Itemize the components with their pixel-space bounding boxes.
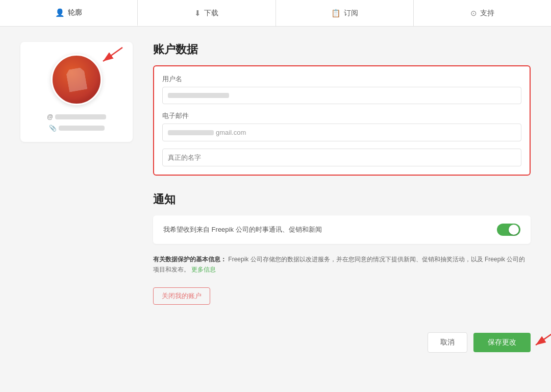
email-field: 电子邮件 gmail.com bbox=[162, 111, 521, 141]
newsletter-toggle[interactable] bbox=[497, 224, 520, 236]
main-container: @ 📎 账户数据 用户名 电子邮件 gmail.com bbox=[0, 27, 551, 368]
avatar[interactable] bbox=[51, 54, 102, 105]
save-button[interactable]: 保存更改 bbox=[473, 333, 531, 352]
notification-section: 通知 我希望收到来自 Freepik 公司的时事通讯、促销和新闻 有关数据保护的… bbox=[153, 192, 531, 275]
top-navigation: 👤 轮廓 ⬇ 下载 📋 订阅 ⊙ 支持 bbox=[0, 0, 551, 27]
toggle-slider bbox=[497, 224, 520, 236]
privacy-bold: 有关数据保护的基本信息： bbox=[153, 256, 227, 263]
email-domain: gmail.com bbox=[216, 129, 246, 136]
at-symbol: @ bbox=[47, 113, 53, 120]
link-blurred bbox=[59, 126, 105, 131]
tab-subscription[interactable]: 📋 订阅 bbox=[276, 0, 414, 26]
realname-field bbox=[162, 149, 521, 166]
privacy-info: 有关数据保护的基本信息： Freepik 公司存储您的数据以改进服务，并在您同意… bbox=[153, 254, 531, 275]
close-account-section: 关闭我的账户 bbox=[153, 287, 531, 317]
account-section-title: 账户数据 bbox=[153, 42, 531, 57]
newsletter-text: 我希望收到来自 Freepik 公司的时事通讯、促销和新闻 bbox=[163, 225, 497, 234]
cancel-button[interactable]: 取消 bbox=[428, 332, 467, 353]
svg-line-1 bbox=[103, 47, 122, 61]
action-buttons: 取消 保存更改 bbox=[153, 327, 531, 353]
email-input-container: gmail.com bbox=[162, 124, 521, 141]
link-icon: 📎 bbox=[49, 125, 57, 132]
svg-line-3 bbox=[536, 329, 551, 345]
account-form: 用户名 电子邮件 gmail.com bbox=[153, 65, 531, 176]
username-field: 用户名 bbox=[162, 75, 521, 104]
content-panel: 账户数据 用户名 电子邮件 gmail.com bbox=[153, 42, 531, 353]
avatar-shape bbox=[65, 67, 87, 92]
profile-panel: @ 📎 bbox=[20, 42, 133, 142]
avatar-wrapper bbox=[51, 54, 102, 105]
realname-input[interactable] bbox=[162, 149, 521, 166]
tab-download-label: 下载 bbox=[204, 9, 218, 18]
save-arrow-indicator bbox=[531, 327, 551, 349]
tab-support[interactable]: ⊙ 支持 bbox=[414, 0, 551, 26]
support-icon: ⊙ bbox=[470, 9, 477, 18]
notification-box: 我希望收到来自 Freepik 公司的时事通讯、促销和新闻 bbox=[153, 215, 531, 244]
tab-download[interactable]: ⬇ 下载 bbox=[138, 0, 276, 26]
arrow-indicator bbox=[97, 45, 125, 65]
notification-section-title: 通知 bbox=[153, 192, 531, 207]
profile-link: 📎 bbox=[49, 125, 105, 132]
email-label: 电子邮件 bbox=[162, 111, 521, 120]
subscription-icon: 📋 bbox=[331, 9, 341, 18]
username-blurred-value bbox=[168, 93, 229, 98]
email-blurred-part bbox=[168, 130, 214, 135]
close-account-button[interactable]: 关闭我的账户 bbox=[153, 287, 210, 305]
privacy-more-link[interactable]: 更多信息 bbox=[191, 266, 216, 273]
profile-email: @ bbox=[47, 113, 106, 120]
tab-profile-label: 轮廓 bbox=[68, 8, 82, 17]
tab-profile[interactable]: 👤 轮廓 bbox=[0, 0, 138, 26]
tab-subscription-label: 订阅 bbox=[344, 9, 358, 18]
toggle-knob bbox=[509, 225, 519, 235]
download-icon: ⬇ bbox=[194, 9, 201, 18]
save-button-container: 保存更改 bbox=[473, 333, 531, 352]
profile-icon: 👤 bbox=[55, 8, 65, 17]
tab-support-label: 支持 bbox=[480, 9, 494, 18]
email-blurred bbox=[55, 114, 106, 119]
username-label: 用户名 bbox=[162, 75, 521, 84]
username-input-container bbox=[162, 87, 521, 104]
